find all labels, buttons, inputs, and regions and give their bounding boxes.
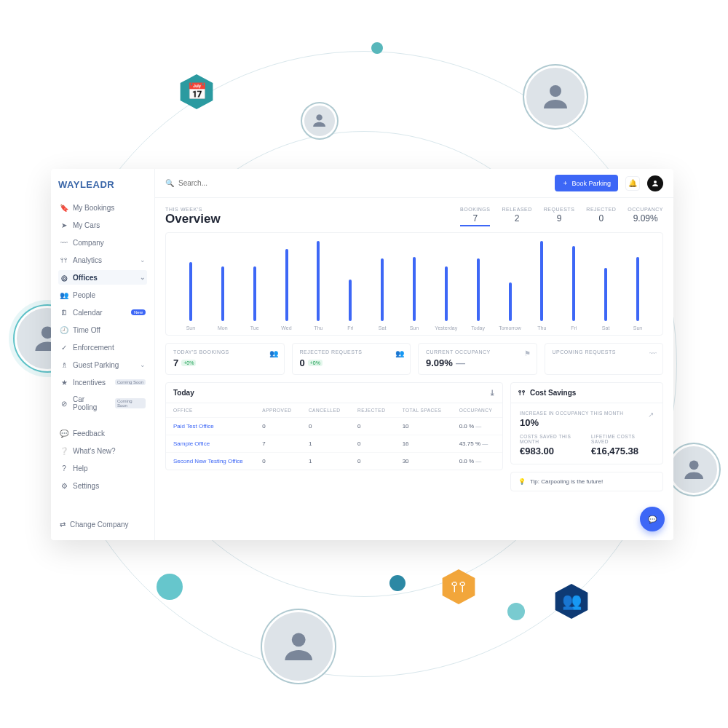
- chart-x-label: Fri: [571, 325, 577, 331]
- overview-stat[interactable]: OCCUPANCY 9.09%: [628, 207, 663, 226]
- chart-bar: [477, 258, 480, 321]
- notifications-button[interactable]: 🔔: [625, 176, 640, 191]
- sidebar-item-people[interactable]: 👥 People: [58, 288, 147, 302]
- download-icon[interactable]: ⤓: [489, 389, 495, 397]
- main-content: 🔍 ＋ Book Parking 🔔 THIS WEEK'S Overview …: [155, 169, 673, 540]
- sidebar-item-label: Settings: [73, 482, 99, 490]
- book-parking-button[interactable]: ＋ Book Parking: [555, 175, 618, 191]
- chat-icon: 💬: [60, 429, 68, 438]
- svg-point-8: [654, 181, 657, 183]
- kpi-upcoming-requests[interactable]: UPCOMING REQUESTS 〰: [545, 343, 664, 375]
- stat-value: 9: [544, 213, 575, 223]
- sidebar-item-guest-parking[interactable]: ♗ Guest Parking ⌄: [58, 357, 147, 372]
- sidebar-item-my-cars[interactable]: ➤ My Cars: [58, 218, 147, 232]
- kpi-todays-bookings[interactable]: TODAY'S BOOKINGS 7 +0% 👥: [165, 343, 285, 375]
- overview-stat[interactable]: REJECTED 0: [586, 207, 616, 226]
- kpi-value: 9.09%: [426, 357, 453, 368]
- sidebar-item-car-pooling[interactable]: ⊘ Car Pooling Coming Soon: [58, 392, 147, 414]
- sidebar-item-offices[interactable]: ◎ Offices ⌄: [58, 270, 147, 285]
- sidebar-item-feedback[interactable]: 💬 Feedback: [58, 426, 147, 440]
- support-chat-button[interactable]: 💬: [640, 507, 665, 531]
- kpi-value: 7: [173, 357, 178, 368]
- carpool-icon: ⊘: [60, 399, 68, 408]
- chart-column: Wed: [271, 249, 303, 331]
- sidebar-item-time-off[interactable]: 🕘 Time Off: [58, 323, 147, 337]
- occupancy-cell: 43.75 % —: [452, 435, 502, 453]
- overview-stat[interactable]: BOOKINGS 7: [460, 207, 490, 226]
- lightbulb-icon: 💡: [518, 478, 526, 485]
- sidebar-item-analytics[interactable]: ⫯⫯ Analytics ⌄: [58, 253, 147, 267]
- sidebar-item-label: Feedback: [73, 430, 105, 438]
- gear-icon: ⚙: [60, 481, 68, 490]
- cost-savings-panel: ⫯⫯ Cost Savings INCREASE IN OCCUPANCY TH…: [510, 382, 663, 464]
- profile-avatar[interactable]: [647, 175, 663, 191]
- new-badge: New: [131, 309, 146, 315]
- shield-icon: ✓: [60, 343, 68, 352]
- table-row[interactable]: Second New Testing Office 0 1 0 30 0.0 %…: [166, 453, 502, 470]
- chart-bar: [604, 268, 607, 321]
- kpi-rejected-requests[interactable]: REJECTED REQUESTS 0 +0% 👥: [292, 343, 411, 375]
- button-label: Book Parking: [571, 180, 611, 187]
- sidebar-item-enforcement[interactable]: ✓ Enforcement: [58, 340, 147, 355]
- stat-label: OCCUPANCY: [628, 207, 663, 212]
- search-input[interactable]: [178, 179, 547, 187]
- kpi-current-occupancy[interactable]: CURRENT OCCUPANCY 9.09% — ⚑: [418, 343, 537, 375]
- decorative-dot: [389, 575, 405, 591]
- coming-soon-badge: Coming Soon: [115, 379, 146, 385]
- svg-point-7: [292, 633, 306, 646]
- chart-bar: [572, 246, 575, 321]
- overview-chart: Sun Mon Tue Wed Thu Fri Sat Sun Yesterda…: [165, 232, 663, 336]
- sidebar-item-incentives[interactable]: ★ Incentives Coming Soon: [58, 375, 147, 389]
- change-company-button[interactable]: ⇄ Change Company: [58, 518, 147, 531]
- approved-cell: 7: [255, 435, 301, 453]
- increase-value: 10%: [520, 417, 623, 428]
- table-row[interactable]: Paid Test Office 0 0 0 10 0.0 % —: [166, 418, 502, 435]
- office-cell[interactable]: Paid Test Office: [166, 418, 255, 435]
- office-cell[interactable]: Second New Testing Office: [166, 453, 255, 470]
- table-header: REJECTED: [350, 403, 395, 418]
- chart-column: Mon: [207, 266, 239, 331]
- overview-stat[interactable]: RELEASED 2: [502, 207, 531, 226]
- occupancy-cell: 0.0 % —: [452, 453, 502, 470]
- chart-column: Thu: [302, 241, 334, 331]
- svg-point-5: [550, 85, 561, 97]
- chart-x-label: Thu: [314, 325, 323, 331]
- stat-label: RELEASED: [502, 207, 531, 212]
- kpi-label: TODAY'S BOOKINGS: [173, 349, 277, 355]
- chart-x-label: Tomorrow: [499, 325, 521, 331]
- sidebar-item-company[interactable]: 〰 Company: [58, 235, 147, 250]
- bar-chart-icon: ⫯⫯: [60, 256, 68, 264]
- kpi-delta: +0%: [181, 360, 196, 366]
- overview-stat[interactable]: REQUESTS 9: [544, 207, 575, 226]
- search-box[interactable]: 🔍: [165, 179, 547, 187]
- sidebar-item-whats-new[interactable]: ❔ What's New?: [58, 443, 147, 458]
- cancelled-cell: 1: [301, 435, 350, 453]
- sidebar-item-my-bookings[interactable]: 🔖 My Bookings: [58, 200, 147, 215]
- trend-flat-icon: —: [456, 357, 465, 368]
- chart-bar: [189, 262, 192, 321]
- sidebar-item-calendar[interactable]: 🗓 Calendar New: [58, 305, 147, 320]
- office-cell[interactable]: Sample Office: [166, 435, 255, 453]
- chart-column: Thu: [526, 241, 558, 331]
- kpi-label: CURRENT OCCUPANCY: [426, 349, 529, 355]
- table-row[interactable]: Sample Office 7 1 0 16 43.75 % —: [166, 435, 502, 453]
- month-saved-value: €983.00: [520, 446, 591, 456]
- bell-icon: 🔔: [628, 179, 637, 187]
- flag-icon: ⚑: [524, 349, 531, 357]
- table-header: CANCELLED: [301, 403, 350, 418]
- rejected-cell: 0: [350, 418, 395, 435]
- kpi-value: 0: [300, 357, 305, 368]
- rejected-cell: 0: [350, 453, 395, 470]
- chat-icon: 💬: [648, 515, 657, 523]
- stat-label: BOOKINGS: [460, 207, 490, 212]
- sidebar-item-label: Enforcement: [73, 344, 114, 352]
- chart-bar: [445, 266, 448, 321]
- chart-column: Today: [462, 258, 494, 331]
- stat-label: REJECTED: [586, 207, 616, 212]
- sidebar-item-settings[interactable]: ⚙ Settings: [58, 478, 147, 493]
- logo: WAYLEADR: [58, 178, 147, 197]
- change-company-label: Change Company: [70, 521, 129, 529]
- sidebar-item-help[interactable]: ? Help: [58, 461, 147, 475]
- svg-point-6: [689, 460, 699, 470]
- people-icon: 👥: [60, 290, 68, 299]
